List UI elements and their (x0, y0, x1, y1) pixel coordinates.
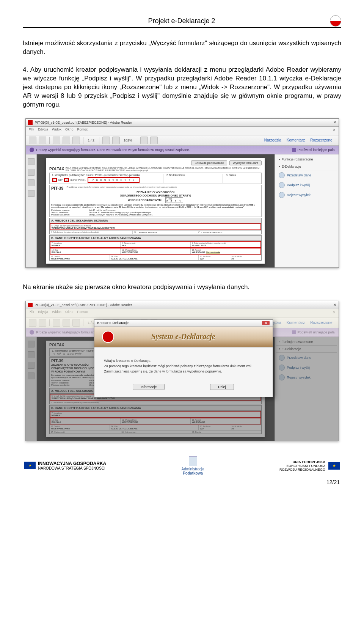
nip-checkbox[interactable]: ☐ (52, 178, 57, 182)
b12-tooltip: Data urodzenia (206, 251, 220, 254)
tb-save-icon[interactable] (53, 137, 60, 144)
window-titlebar: PIT-39(3)_v1-0E_pesel.pdf (ZABEZPIECZONE… (26, 119, 339, 127)
rp-item-przedstaw[interactable]: Przedstaw dane (276, 170, 337, 180)
b10v[interactable]: POLSKA (52, 251, 119, 253)
menu2-edycja: Edycja (38, 310, 48, 317)
fld-a5-v[interactable]: WARSZAWA URZĄD SKARBOWY WARSZAWA-MOKOTÓW (52, 227, 259, 229)
rp-funkc[interactable]: ▸Funkcje rozszerzone (276, 156, 337, 163)
footer-center-1: Administracja (182, 467, 204, 471)
fld-a6b[interactable]: 2. korekta zeznania ¹⁾ (201, 231, 223, 234)
highlight-toggle[interactable] (292, 148, 296, 152)
b15v2: 12A (200, 428, 229, 430)
zoom-indicator: 102% (122, 138, 134, 142)
link-rozszerzone[interactable]: Rozszerzone (310, 138, 332, 142)
menu-widok[interactable]: Widok (52, 127, 61, 134)
btn-wyczysc[interactable]: Wyczyść formularz (229, 160, 262, 165)
wizard-line-2: Za pomocą tego kreatora będziesz mógł po… (104, 364, 263, 368)
tb-zoomout-icon[interactable] (102, 137, 110, 144)
tb-print-icon[interactable] (63, 137, 70, 144)
menu-okno[interactable]: Okno (65, 127, 74, 134)
page-indicator: 1 / 2 (86, 138, 96, 142)
lg2-4 (28, 373, 35, 379)
tb-zoomin-icon[interactable] (112, 137, 120, 144)
menu-plik[interactable]: Plik (29, 127, 35, 134)
left-nav-gutter (26, 154, 37, 267)
footer-eu-flag-right-icon: ★ (328, 462, 340, 470)
rp-item-rejestr[interactable]: Rejestr wysyłek (276, 190, 337, 200)
paragraph-3: Na ekranie ukaże się pierwsze okno kreat… (23, 283, 341, 292)
window-close-icon[interactable]: ✕ (333, 120, 336, 124)
footer-eu-flag-left-icon: ★ (24, 462, 36, 469)
bookmark-icon[interactable] (28, 179, 35, 186)
info-icon (30, 148, 34, 152)
b8v[interactable]: JAN (122, 244, 189, 247)
tb-email-icon[interactable] (72, 137, 80, 144)
window-close-icon-2[interactable]: ✕ (333, 303, 336, 307)
field1-label: 1. Identyfikator podatkowy NIP / numer P… (52, 174, 162, 176)
poltax2: POLTAX (49, 343, 64, 347)
btn-sprawdz[interactable]: Sprawdź poprawność (191, 160, 227, 165)
form-page: Sprawdź poprawność Wyczyść formularz POL… (46, 158, 265, 264)
ms2l: Miejsce składania: (51, 384, 89, 386)
pesel-checkbox[interactable]: ☒ (64, 178, 69, 182)
link-komentarz[interactable]: Komentarz (287, 138, 305, 142)
menubar-close-icon[interactable]: × (333, 127, 335, 134)
lock-icon[interactable] (28, 169, 35, 176)
document-area: Sprawdź poprawność Wyczyść formularz POL… (37, 154, 275, 267)
highlight-fields-btn[interactable]: Podświetl istniejące pola (297, 148, 334, 152)
fld-a6a[interactable]: 1. złożenie zeznania (136, 231, 157, 234)
b14v[interactable]: ALEJE JEROZOLIMSKIE (111, 258, 198, 260)
b11v[interactable]: MAZOWIECKIE (122, 251, 189, 253)
wizard-info-button[interactable]: Informacje (133, 384, 165, 390)
tb-btn-2[interactable] (39, 137, 46, 144)
b7v[interactable]: NOWAK (52, 244, 119, 247)
rp-icon-2 (279, 182, 285, 188)
tb-btn-1[interactable] (29, 137, 36, 144)
paragraph-2: 4. Aby uruchomić kreator podpisywania i … (23, 66, 341, 109)
wizard-next-button[interactable]: Dalej (210, 384, 234, 390)
b17n2: 17. Miejscowość (51, 431, 119, 433)
poltax-label: POLTAX (49, 167, 64, 171)
footer-center: Administracja Podatkowa (182, 456, 204, 475)
menu2-pomoc: Pomoc (77, 310, 88, 317)
purple-text: Proszę wypełnić następujący formularz. D… (36, 148, 190, 152)
tb-misc-1[interactable] (140, 137, 148, 144)
screenshot-adobe-reader: PIT-39(3)_v1-0E_pesel.pdf (ZABEZPIECZONE… (25, 118, 339, 268)
year-value[interactable]: 2 0 1 1 (166, 200, 182, 203)
wizard-logo-icon (102, 331, 114, 343)
rp2-ic3 (279, 374, 285, 380)
thumb-icon[interactable] (28, 158, 35, 165)
attachment-icon[interactable] (28, 190, 35, 197)
b16v2: 26 (231, 428, 260, 430)
menu-edycja[interactable]: Edycja (38, 127, 48, 134)
year-label: W ROKU PODATKOWYM (128, 198, 162, 202)
b12v[interactable]: WARSZAWA (192, 251, 205, 253)
tb-misc-2[interactable] (150, 137, 158, 144)
menu2-okno: Okno (65, 310, 74, 317)
row-ms-v: Urząd, o którym mowa w art.45 ustawy, zw… (89, 214, 153, 216)
b11v2: MAZOWIECKIE (122, 421, 189, 423)
niplbl2: NIP (57, 353, 61, 355)
tb2-4 (63, 319, 70, 327)
b9v[interactable]: 19 - 05 - 1976 (192, 244, 259, 247)
pit-sub1: ZEZNANIE O WYSOKOŚCI (51, 190, 260, 194)
menu-pomoc[interactable]: Pomoc (77, 127, 88, 134)
rp-item-podpisz[interactable]: Podpisz i wyślij (276, 180, 337, 190)
b12v2: WARSZAWA (192, 421, 259, 423)
b15v[interactable]: 12A (200, 258, 229, 260)
row-ms-l: Miejsce składania: (51, 214, 89, 216)
header-logo-icon (330, 15, 341, 27)
b10v2: POLSKA (52, 421, 119, 423)
link-narzedzia[interactable]: Narzędzia (264, 138, 281, 142)
b13v[interactable]: M.ST.WARSZAWA (51, 258, 108, 260)
menu2-plik: Plik (29, 310, 35, 317)
window-title: PIT-39(3)_v1-0E_pesel.pdf (ZABEZPIECZONE… (35, 121, 132, 124)
wizard-close-button[interactable]: ✕ (262, 321, 270, 325)
link2-komentarz: Komentarz (287, 321, 305, 325)
a6n2: 6. Cel złożenia formularza (zaznaczyć wł… (51, 401, 260, 404)
rp-edekl[interactable]: ▾E-Deklaracje (276, 163, 337, 170)
pesellbl2: numer PESEL (67, 353, 83, 355)
wizard-dialog: Kreator e-Deklaracje ✕ System e-Deklarac… (94, 319, 273, 397)
pesel-value[interactable]: 7 6 0 5 1 9 0 0 9 7 2 (88, 177, 140, 183)
b16v[interactable]: 26 (231, 258, 260, 260)
